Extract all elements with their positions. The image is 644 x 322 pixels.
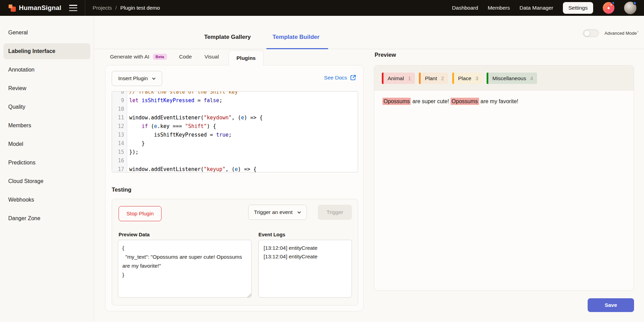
external-link-icon bbox=[350, 74, 356, 81]
label-chip-place[interactable]: Place3 bbox=[452, 73, 482, 84]
sidebar-item-danger-zone[interactable]: Danger Zone bbox=[0, 209, 94, 228]
label-chip-animal[interactable]: Animal1 bbox=[382, 73, 415, 84]
tab-template-builder[interactable]: Template Builder bbox=[273, 34, 320, 41]
sidebar-item-review[interactable]: Review bbox=[0, 79, 94, 98]
sidebar-item-annotation[interactable]: Annotation bbox=[0, 61, 94, 79]
code-line-13: 13 isShiftKeyPressed = true; bbox=[112, 131, 358, 139]
plain-text: are super cute! bbox=[411, 98, 451, 104]
event-log-entry: [13:12:04] entityCreate bbox=[264, 244, 347, 252]
sidebar-item-webhooks[interactable]: Webhooks bbox=[0, 191, 94, 209]
event-logs-box: [13:12:04] entityCreate[13:12:04] entity… bbox=[258, 240, 352, 298]
hamburger-menu-icon[interactable] bbox=[69, 5, 77, 11]
code-line-8: 8// Track the state of the Shift key bbox=[112, 91, 358, 96]
sidebar-item-predictions[interactable]: Predictions bbox=[0, 153, 94, 172]
brand-logo[interactable]: HumanSignal bbox=[0, 4, 62, 12]
stop-plugin-button[interactable]: Stop Plugin bbox=[119, 206, 162, 221]
nav-link-members[interactable]: Members bbox=[488, 5, 510, 11]
line-number: 17 bbox=[112, 165, 127, 172]
testing-heading: Testing bbox=[112, 186, 131, 193]
sidebar-item-cloud-storage[interactable]: Cloud Storage bbox=[0, 172, 94, 191]
save-button[interactable]: Save bbox=[588, 298, 634, 312]
label-chip-plant[interactable]: Plant2 bbox=[419, 73, 448, 84]
textarea-resize-handle[interactable] bbox=[247, 293, 251, 297]
label-hotkey: 2 bbox=[441, 76, 444, 81]
sidebar-item-label: Quality bbox=[8, 104, 25, 110]
trigger-event-dropdown[interactable]: Trigger an event bbox=[248, 205, 307, 220]
subtab-plugins[interactable]: Plugins bbox=[229, 50, 264, 66]
line-number: 11 bbox=[112, 114, 127, 122]
humansignal-logo-icon bbox=[8, 4, 16, 12]
user-avatar[interactable] bbox=[624, 2, 636, 14]
plugin-code-editor[interactable]: 8// Track the state of the Shift key9let… bbox=[112, 91, 358, 172]
code-line-14: 14 } bbox=[112, 139, 358, 148]
code-line-17: 17window.addEventListener("keyup", (e) =… bbox=[112, 165, 358, 172]
label-color-bar bbox=[419, 73, 421, 84]
navbar-divider bbox=[85, 0, 85, 16]
sidebar-item-label: Annotation bbox=[8, 67, 35, 73]
preview-card: Animal1Plant2Place3Miscellaneous4 Opossu… bbox=[374, 65, 634, 291]
code-line-12: 12 if (e.key === "Shift") { bbox=[112, 122, 358, 131]
sidebar-item-label: Review bbox=[8, 85, 26, 92]
sidebar-item-labeling-interface[interactable]: Labeling Interface bbox=[0, 42, 94, 61]
label-name: Animal bbox=[388, 75, 404, 82]
line-number: 16 bbox=[112, 157, 127, 165]
breadcrumb-projects[interactable]: Projects bbox=[93, 5, 112, 11]
settings-nav-button[interactable]: Settings bbox=[563, 2, 593, 14]
trigger-button[interactable]: Trigger bbox=[318, 205, 352, 220]
top-navbar: HumanSignal Projects / Plugin test demo … bbox=[0, 0, 644, 16]
sidebar-item-label: Predictions bbox=[8, 160, 35, 166]
beta-badge: Beta bbox=[153, 54, 167, 60]
breadcrumb: Projects / Plugin test demo bbox=[93, 5, 160, 11]
ai-assistant-button[interactable]: ✦ ✦ bbox=[603, 2, 614, 14]
label-name: Plant bbox=[425, 75, 437, 82]
label-hotkey: 4 bbox=[530, 76, 533, 81]
subtab-visual[interactable]: Visual bbox=[204, 54, 219, 60]
code-line-11: 11window.addEventListener("keydown", (e)… bbox=[112, 114, 358, 122]
notification-dot bbox=[612, 1, 615, 4]
nav-link-data-manager[interactable]: Data Manager bbox=[520, 5, 553, 11]
subtab-generate-with-ai[interactable]: Generate with AIBeta bbox=[110, 54, 167, 60]
highlighted-region[interactable]: Opossums bbox=[451, 98, 479, 105]
label-color-bar bbox=[487, 73, 488, 84]
code-line-9: 9let isShiftKeyPressed = false; bbox=[112, 96, 358, 105]
label-name: Place bbox=[458, 75, 471, 82]
sidebar-item-label: Model bbox=[8, 141, 23, 147]
event-log-entry: [13:12:04] entityCreate bbox=[264, 252, 347, 261]
chevron-down-icon bbox=[297, 211, 301, 214]
line-number: 14 bbox=[112, 139, 127, 148]
tab-template-gallery[interactable]: Template Gallery bbox=[204, 34, 251, 41]
see-docs-link[interactable]: See Docs bbox=[324, 74, 356, 81]
brand-name: HumanSignal bbox=[19, 4, 62, 12]
line-number: 8 bbox=[112, 91, 127, 96]
plain-text: are my favorite! bbox=[479, 98, 519, 104]
label-hotkey: 3 bbox=[476, 76, 478, 81]
avatar-status-dot bbox=[633, 1, 636, 5]
label-color-bar bbox=[452, 73, 454, 84]
code-line-10: 10 bbox=[112, 105, 358, 114]
sidebar-item-quality[interactable]: Quality bbox=[0, 98, 94, 116]
testing-box: Stop Plugin Trigger an event Trigger Pre… bbox=[112, 199, 358, 305]
sidebar-item-model[interactable]: Model bbox=[0, 135, 94, 153]
insert-plugin-dropdown[interactable]: Insert Plugin bbox=[112, 71, 162, 86]
advanced-mode-info-marker[interactable]: ? bbox=[637, 30, 639, 34]
nav-link-dashboard[interactable]: Dashboard bbox=[452, 5, 478, 11]
sidebar-item-general[interactable]: General bbox=[0, 23, 94, 42]
highlighted-region[interactable]: Opossums bbox=[382, 98, 411, 105]
sidebar-item-label: General bbox=[8, 30, 28, 36]
sidebar-item-label: Members bbox=[8, 122, 31, 129]
sidebar-item-label: Labeling Interface bbox=[8, 48, 55, 54]
subtab-code[interactable]: Code bbox=[179, 54, 192, 60]
chevron-down-icon bbox=[152, 77, 156, 80]
label-chip-miscellaneous[interactable]: Miscellaneous4 bbox=[487, 73, 537, 84]
code-line-16: 16 bbox=[112, 157, 358, 165]
label-color-bar bbox=[382, 73, 384, 84]
advanced-mode-toggle[interactable] bbox=[583, 29, 599, 37]
line-number: 13 bbox=[112, 131, 127, 139]
preview-heading: Preview bbox=[375, 52, 396, 58]
preview-data-textarea[interactable]: { "my_text": "Opossums are super cute! O… bbox=[118, 240, 252, 298]
sidebar-item-label: Cloud Storage bbox=[8, 178, 43, 184]
preview-text: Opossums are super cute! Opossums are my… bbox=[382, 97, 518, 106]
sidebar-item-members[interactable]: Members bbox=[0, 116, 94, 135]
breadcrumb-current-project: Plugin test demo bbox=[120, 5, 160, 11]
preview-data-label: Preview Data bbox=[119, 232, 149, 237]
